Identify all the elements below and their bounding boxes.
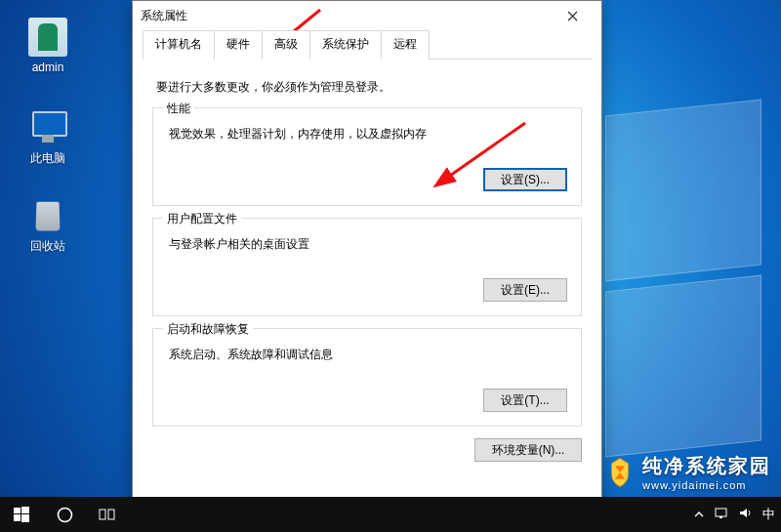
- group-description: 系统启动、系统故障和调试信息: [169, 347, 567, 363]
- tray-chevron-up-icon[interactable]: [694, 508, 704, 521]
- taskbar: 中: [0, 497, 781, 532]
- svg-point-8: [58, 508, 71, 521]
- watermark-url: www.yidaimei.com: [642, 479, 771, 491]
- group-user-profiles: 用户配置文件 与登录帐户相关的桌面设置 设置(E)...: [152, 218, 582, 316]
- svg-rect-4: [14, 508, 21, 513]
- desktop-icon-label: 此电脑: [30, 151, 65, 165]
- svg-rect-7: [21, 514, 29, 522]
- task-view-icon: [99, 508, 116, 521]
- watermark-title: 纯净系统家园: [642, 455, 771, 476]
- tray-ime-indicator[interactable]: 中: [762, 506, 775, 523]
- tab-remote[interactable]: 远程: [381, 30, 430, 60]
- svg-rect-11: [716, 509, 726, 516]
- task-view-button[interactable]: [86, 497, 129, 532]
- tab-computer-name[interactable]: 计算机名: [143, 30, 215, 60]
- close-button[interactable]: [551, 2, 594, 29]
- environment-variables-button[interactable]: 环境变量(N)...: [474, 438, 582, 462]
- performance-settings-button[interactable]: 设置(S)...: [483, 168, 567, 191]
- circle-icon: [57, 507, 73, 523]
- start-button[interactable]: [0, 497, 43, 532]
- startup-recovery-settings-button[interactable]: 设置(T)...: [483, 389, 567, 412]
- dialog-title: 系统属性: [141, 8, 551, 24]
- watermark-icon: [603, 456, 637, 489]
- cortana-search-button[interactable]: [43, 497, 86, 532]
- admin-instruction: 要进行大多数更改，你必须作为管理员登录。: [156, 79, 582, 96]
- desktop-icon-label: admin: [32, 61, 64, 74]
- dialog-titlebar[interactable]: 系统属性: [133, 1, 601, 30]
- svg-rect-10: [108, 510, 114, 519]
- recycle-bin-icon: [28, 195, 67, 234]
- tray-network-icon[interactable]: [714, 507, 728, 522]
- group-description: 与登录帐户相关的桌面设置: [169, 236, 567, 253]
- group-legend: 性能: [163, 101, 194, 117]
- dialog-body: 要进行大多数更改，你必须作为管理员登录。 性能 视觉效果，处理器计划，内存使用，…: [133, 60, 601, 471]
- system-tray: 中: [688, 506, 781, 523]
- group-startup-recovery: 启动和故障恢复 系统启动、系统故障和调试信息 设置(T)...: [152, 328, 582, 427]
- group-legend: 用户配置文件: [163, 211, 241, 227]
- svg-rect-5: [21, 507, 29, 513]
- tab-advanced[interactable]: 高级: [262, 30, 310, 60]
- tray-volume-icon[interactable]: [738, 507, 753, 522]
- user-folder-icon: [28, 18, 67, 57]
- desktop-icon-recycle-bin[interactable]: 回收站: [12, 195, 84, 255]
- tab-strip: 计算机名 硬件 高级 系统保护 远程: [133, 30, 601, 60]
- windows-start-icon: [14, 507, 29, 522]
- desktop: admin 此电脑 回收站 系统属性 计算机名 硬件 高级 系统保护 远程 要进…: [0, 0, 781, 532]
- user-profiles-settings-button[interactable]: 设置(E)...: [483, 278, 567, 302]
- tab-system-protection[interactable]: 系统保护: [309, 30, 382, 60]
- desktop-icon-this-pc[interactable]: 此电脑: [12, 107, 84, 167]
- tab-hardware[interactable]: 硬件: [214, 30, 263, 60]
- svg-rect-9: [100, 510, 105, 519]
- close-icon: [567, 11, 578, 21]
- group-legend: 启动和故障恢复: [163, 321, 253, 338]
- svg-rect-6: [14, 514, 21, 521]
- svg-rect-12: [719, 516, 722, 518]
- desktop-icon-admin[interactable]: admin: [12, 18, 84, 74]
- group-performance: 性能 视觉效果，处理器计划，内存使用，以及虚拟内存 设置(S)...: [152, 107, 582, 206]
- group-description: 视觉效果，处理器计划，内存使用，以及虚拟内存: [169, 126, 567, 143]
- system-properties-dialog: 系统属性 计算机名 硬件 高级 系统保护 远程 要进行大多数更改，你必须作为管理…: [132, 0, 602, 515]
- this-pc-icon: [28, 107, 67, 146]
- desktop-icon-label: 回收站: [30, 239, 65, 253]
- watermark: 纯净系统家园 www.yidaimei.com: [603, 453, 771, 491]
